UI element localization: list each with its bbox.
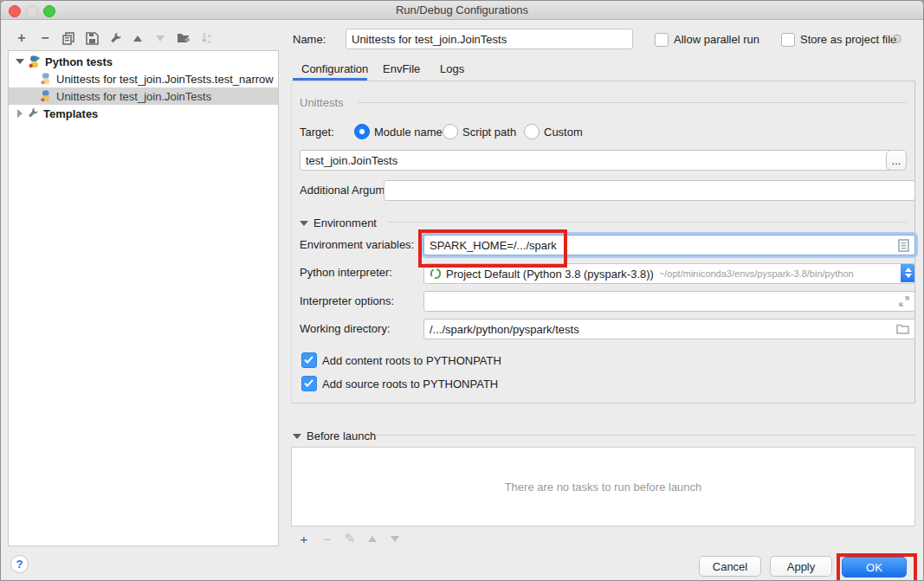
edit-templates-icon[interactable] <box>107 29 124 47</box>
combo-stepper[interactable] <box>901 263 915 282</box>
tree-item-unittests-jointests-selected[interactable]: Unittests for test_join.JoinTests <box>9 87 278 105</box>
cancel-button[interactable]: Cancel <box>699 556 761 577</box>
allow-parallel-run-checkbox[interactable] <box>655 33 669 47</box>
expand-field-icon[interactable] <box>899 296 909 307</box>
add-content-roots-checkbox[interactable] <box>301 352 317 368</box>
interpreter-options-label: Interpreter options: <box>300 294 394 307</box>
interpreter-path: ~/opt/miniconda3/envs/pyspark-3.8/bin/py… <box>659 268 854 279</box>
edit-variables-icon[interactable] <box>898 239 909 252</box>
radio-custom-label: Custom <box>544 126 583 139</box>
before-launch-task-list[interactable]: There are no tasks to run before launch <box>291 447 915 526</box>
annotation-box-environment-variables <box>418 229 567 268</box>
new-folder-icon[interactable] <box>175 29 192 47</box>
tree-item-python-tests[interactable]: Python tests <box>9 53 278 70</box>
sort-configurations-icon: az <box>198 29 216 47</box>
radio-script-path[interactable] <box>443 124 458 139</box>
move-task-down-icon <box>386 531 404 546</box>
target-module-input[interactable]: test_join.JoinTests <box>300 150 893 171</box>
tree-item-label: Unittests for test_join.JoinTests <box>56 90 211 103</box>
tree-item-label: Templates <box>43 107 98 120</box>
gear-icon[interactable]: ⚙ <box>891 31 902 47</box>
chevron-right-icon[interactable] <box>17 109 23 118</box>
add-source-roots-label: Add source roots to PYTHONPATH <box>322 378 498 391</box>
window-title: Run/Debug Configurations <box>1 1 923 19</box>
tree-item-label: Unittests for test_join.JoinTests.test_n… <box>56 73 274 86</box>
move-up-icon[interactable] <box>129 29 146 47</box>
before-launch-empty-text: There are no tasks to run before launch <box>505 481 702 494</box>
svg-text:a: a <box>208 33 211 38</box>
tab-logs[interactable]: Logs <box>440 62 464 75</box>
add-task-icon[interactable]: + <box>295 531 313 546</box>
browse-module-button[interactable]: ... <box>886 150 907 171</box>
annotation-box-ok-button <box>837 553 917 581</box>
check-icon <box>304 356 313 364</box>
minimize-window-button <box>26 5 38 17</box>
additional-arguments-input[interactable] <box>384 180 915 201</box>
tree-item-label: Python tests <box>45 55 113 68</box>
check-icon <box>304 379 313 387</box>
chevron-down-icon[interactable] <box>16 59 24 64</box>
radio-custom[interactable] <box>524 124 540 139</box>
titlebar[interactable]: Run/Debug Configurations <box>1 1 923 20</box>
name-input[interactable]: Unittests for test_join.JoinTests <box>346 29 633 49</box>
help-button[interactable]: ? <box>10 555 29 573</box>
tab-envfile[interactable]: EnvFile <box>383 62 420 75</box>
configurations-tree[interactable]: Python tests Unittests for test_join.Joi… <box>8 50 279 546</box>
radio-module-name[interactable] <box>354 124 370 139</box>
add-configuration-icon[interactable]: + <box>13 29 30 47</box>
wrench-icon <box>27 107 39 119</box>
environment-section-title: Environment <box>313 216 377 229</box>
apply-button[interactable]: Apply <box>770 556 832 577</box>
allow-parallel-run-label: Allow parallel run <box>674 33 759 46</box>
python-test-icon <box>40 73 52 85</box>
add-source-roots-checkbox[interactable] <box>301 376 317 391</box>
python-interpreter-label: Python interpreter: <box>300 266 392 279</box>
radio-module-name-label: Module name <box>374 126 443 139</box>
python-tests-icon <box>28 55 41 68</box>
move-task-up-icon <box>364 531 381 546</box>
zoom-window-button[interactable] <box>43 5 55 17</box>
move-down-icon <box>152 29 169 47</box>
name-label: Name: <box>293 33 326 46</box>
tree-item-templates[interactable]: Templates <box>9 105 278 122</box>
radio-script-path-label: Script path <box>462 126 516 139</box>
remove-task-icon: − <box>319 531 336 546</box>
close-window-button[interactable] <box>9 5 21 17</box>
active-tab-underline <box>293 78 367 81</box>
run-debug-configurations-dialog: Run/Debug Configurations + − az Python t… <box>0 0 924 581</box>
environment-variables-label: Environment variables: <box>300 238 414 251</box>
svg-text:z: z <box>208 39 210 44</box>
tab-configuration[interactable]: Configuration <box>301 62 368 75</box>
edit-task-icon: ✎ <box>341 531 359 546</box>
working-directory-label: Working directory: <box>300 322 391 335</box>
interpreter-options-input[interactable] <box>423 291 915 312</box>
copy-configuration-icon[interactable] <box>60 29 77 47</box>
before-launch-title: Before launch <box>307 429 376 442</box>
add-content-roots-label: Add content roots to PYTHONPATH <box>322 354 501 367</box>
unittests-group-title: Unittests <box>300 96 344 109</box>
chevron-down-icon[interactable] <box>300 221 308 226</box>
conda-env-icon <box>430 268 442 280</box>
folder-icon[interactable] <box>896 324 909 334</box>
store-as-project-file-label: Store as project file <box>800 33 896 46</box>
before-launch-section-header[interactable]: Before launch <box>293 429 376 442</box>
tree-item-unittests-test-narrow[interactable]: Unittests for test_join.JoinTests.test_n… <box>9 70 278 87</box>
working-directory-input[interactable]: /.../spark/python/pyspark/tests <box>423 319 915 339</box>
target-label: Target: <box>300 126 334 139</box>
chevron-down-icon[interactable] <box>293 434 301 439</box>
store-as-project-file-checkbox[interactable] <box>781 33 795 47</box>
python-test-icon <box>40 90 52 102</box>
environment-section-header[interactable]: Environment <box>300 216 377 229</box>
save-configuration-icon[interactable] <box>83 29 100 47</box>
remove-configuration-icon[interactable]: − <box>36 29 54 47</box>
